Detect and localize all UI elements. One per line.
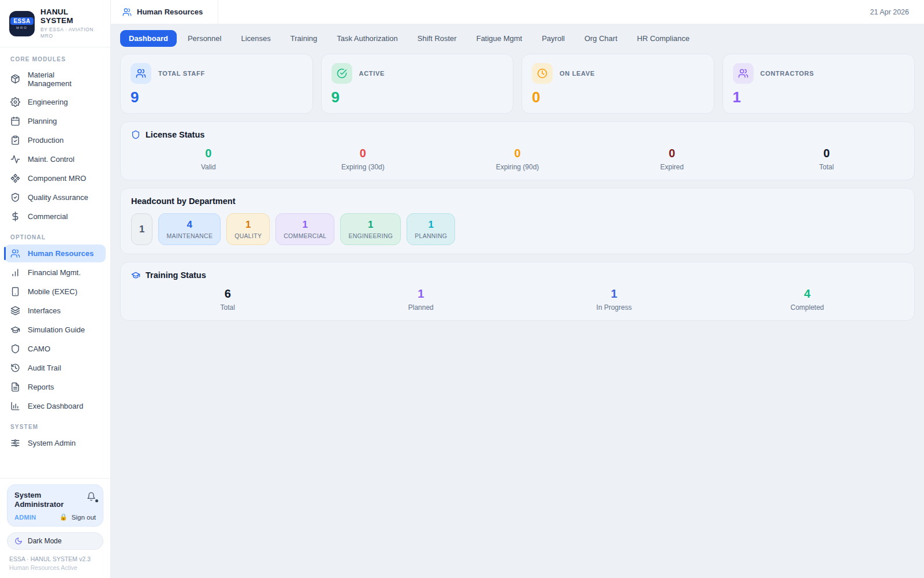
graduation-cap-icon xyxy=(10,325,20,335)
sidebar-item-commercial[interactable]: Commercial xyxy=(5,208,106,225)
sidebar-item-maint-control[interactable]: Maint. Control xyxy=(5,150,106,168)
sidebar-item-label: Exec Dashboard xyxy=(28,402,83,410)
main-area: Human Resources 21 Apr 2026 DashboardPer… xyxy=(111,0,924,578)
metric-planned: 1Planned xyxy=(325,287,518,312)
sidebar-item-interfaces[interactable]: Interfaces xyxy=(5,302,106,320)
brand-subtitle: BY ESSA · AVIATION MRO xyxy=(40,27,102,40)
sidebar-item-component-mro[interactable]: Component MRO xyxy=(5,169,106,187)
sign-out-button[interactable]: Sign out xyxy=(72,514,96,521)
sidebar-item-exec-dashboard[interactable]: Exec Dashboard xyxy=(5,397,106,415)
sidebar-item-mobile-exec[interactable]: Mobile (EXEC) xyxy=(5,283,106,301)
sidebar-item-human-resources[interactable]: Human Resources xyxy=(5,244,106,262)
stat-value: 1 xyxy=(733,88,905,106)
metric-value: 0 xyxy=(131,147,286,160)
sidebar-item-planning[interactable]: Planning xyxy=(5,112,106,130)
bell-icon xyxy=(87,492,96,501)
brand-logo-secondary: MRO xyxy=(16,26,28,29)
license-metrics: 0Valid0Expiring (30d)0Expiring (90d)0Exp… xyxy=(131,147,904,171)
sidebar-item-reports[interactable]: Reports xyxy=(5,378,106,396)
graduation-cap-icon xyxy=(131,271,140,280)
module-status-text: Human Resources Active xyxy=(9,564,101,571)
notifications-button[interactable] xyxy=(87,492,96,501)
file-text-icon xyxy=(10,382,20,392)
sidebar-item-production[interactable]: Production xyxy=(5,131,106,149)
activity-icon xyxy=(10,154,20,164)
brand-text: HANUL SYSTEM BY ESSA · AVIATION MRO xyxy=(40,8,102,40)
sidebar-divider xyxy=(0,47,110,47)
metric-valid: 0Valid xyxy=(131,147,286,171)
sidebar-item-financial-mgmt[interactable]: Financial Mgmt. xyxy=(5,264,106,281)
metric-value: 0 xyxy=(595,147,750,160)
section-label-optional: OPTIONAL xyxy=(0,227,110,243)
tab-task-authorization[interactable]: Task Authorization xyxy=(328,30,407,47)
calendar-icon xyxy=(10,116,20,126)
license-status-title: License Status xyxy=(146,130,204,139)
stat-label: TOTAL STAFF xyxy=(158,70,205,77)
sidebar-item-camo[interactable]: CAMO xyxy=(5,340,106,358)
tab-org-chart[interactable]: Org Chart xyxy=(576,30,626,47)
stat-card-total-staff: TOTAL STAFF9 xyxy=(120,54,313,114)
dept-label: PLANNING xyxy=(415,232,447,239)
sidebar-item-label: Maint. Control xyxy=(28,155,74,164)
metric-in-progress: 1In Progress xyxy=(517,287,711,312)
headcount-title: Headcount by Department xyxy=(131,197,235,206)
sidebar-item-label: Reports xyxy=(28,383,54,391)
version-text: ESSA · HANUL SYSTEM v2.3 xyxy=(9,555,101,562)
bar-chart-icon xyxy=(10,268,20,277)
sidebar-item-label: Interfaces xyxy=(28,306,61,315)
tab-dashboard[interactable]: Dashboard xyxy=(120,30,177,47)
stat-icon-tile xyxy=(331,63,352,84)
dept-tile-planning: 1PLANNING xyxy=(407,213,455,245)
lock-icon: 🔒 xyxy=(59,513,68,521)
metric-value: 0 xyxy=(440,147,595,160)
sidebar-item-material-management[interactable]: Material Management xyxy=(5,66,106,92)
stat-card-active: ACTIVE9 xyxy=(321,54,514,114)
tab-licenses[interactable]: Licenses xyxy=(232,30,279,47)
sidebar-item-label: Simulation Guide xyxy=(28,325,85,334)
tab-training[interactable]: Training xyxy=(282,30,326,47)
sidebar-item-label: Human Resources xyxy=(28,249,94,258)
sidebar-item-label: CAMO xyxy=(28,344,50,353)
dollar-icon xyxy=(10,212,20,221)
stat-card-on-leave: ON LEAVE0 xyxy=(521,54,714,114)
layers-icon xyxy=(10,306,20,316)
user-role-badge: ADMIN xyxy=(14,514,59,521)
dept-label: ENGINEERING xyxy=(348,232,393,239)
brand-logo: ESSA MRO xyxy=(9,11,35,36)
dashboard-content: TOTAL STAFF9ACTIVE9ON LEAVE0CONTRACTORS1… xyxy=(111,52,924,330)
dept-value: 1 xyxy=(348,219,393,231)
dept-value: 1 xyxy=(234,219,262,231)
sliders-icon xyxy=(10,438,20,448)
tab-payroll[interactable]: Payroll xyxy=(533,30,573,47)
department-tiles: 14MAINTENANCE1QUALITY1COMMERCIAL1ENGINEE… xyxy=(131,213,904,245)
sidebar-item-quality-assurance[interactable]: Quality Assurance xyxy=(5,188,106,206)
module-header[interactable]: Human Resources xyxy=(111,0,218,24)
metric-label: Total xyxy=(131,303,325,312)
metric-completed: 4Completed xyxy=(711,287,904,312)
dept-value: 1 xyxy=(415,219,447,231)
metric-total: 0Total xyxy=(749,147,904,171)
metric-value: 0 xyxy=(286,147,441,160)
sidebar-footer: ESSA · HANUL SYSTEM v2.3 Human Resources… xyxy=(7,555,103,571)
sidebar: ESSA MRO HANUL SYSTEM BY ESSA · AVIATION… xyxy=(0,0,111,578)
dept-tile-quality: 1QUALITY xyxy=(226,213,270,245)
dept-label: COMMERCIAL xyxy=(284,232,326,239)
sidebar-item-label: Commercial xyxy=(28,212,68,221)
stat-icon-tile xyxy=(733,63,754,84)
brand-title: HANUL SYSTEM xyxy=(40,8,102,25)
tab-shift-roster[interactable]: Shift Roster xyxy=(409,30,465,47)
stat-cards-row: TOTAL STAFF9ACTIVE9ON LEAVE0CONTRACTORS1 xyxy=(120,54,915,114)
tab-hr-compliance[interactable]: HR Compliance xyxy=(628,30,698,47)
sidebar-item-simulation-guide[interactable]: Simulation Guide xyxy=(5,321,106,339)
sidebar-item-engineering[interactable]: Engineering xyxy=(5,93,106,111)
metric-value: 1 xyxy=(325,287,518,301)
sidebar-item-audit-trail[interactable]: Audit Trail xyxy=(5,359,106,377)
dark-mode-toggle[interactable]: Dark Mode xyxy=(7,532,103,550)
tab-fatigue-mgmt[interactable]: Fatigue Mgmt xyxy=(468,30,531,47)
sidebar-item-system-admin[interactable]: System Admin xyxy=(5,434,106,452)
tab-personnel[interactable]: Personnel xyxy=(179,30,230,47)
sidebar-item-label: Planning xyxy=(28,117,57,125)
check-circle-icon xyxy=(337,68,347,79)
dept-value: 4 xyxy=(166,219,213,231)
history-icon xyxy=(10,363,20,373)
